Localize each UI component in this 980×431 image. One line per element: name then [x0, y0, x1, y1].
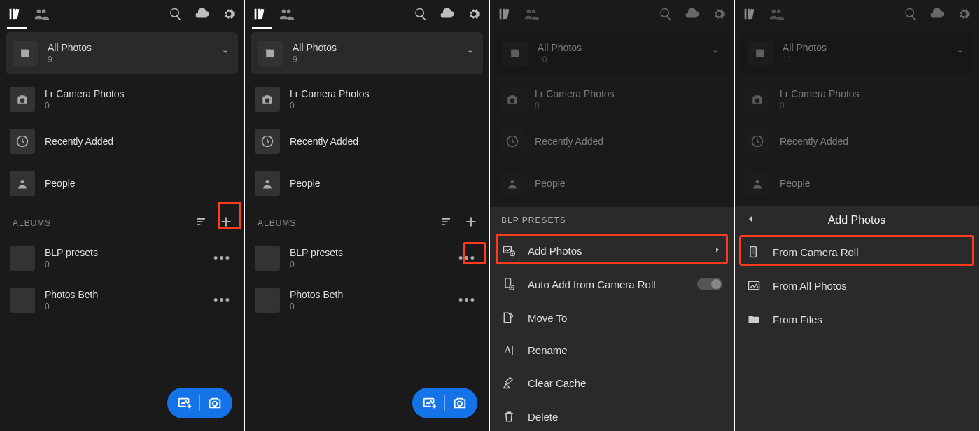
- row-lr-camera[interactable]: Lr Camera Photos 0: [0, 78, 244, 120]
- album-photos-beth[interactable]: Photos Beth0 •••: [245, 279, 489, 321]
- svg-point-25: [756, 180, 760, 183]
- svg-point-10: [266, 180, 270, 183]
- more-icon[interactable]: •••: [456, 251, 479, 266]
- person-icon: [500, 171, 525, 196]
- back-icon[interactable]: [745, 213, 756, 227]
- album-count: 0: [290, 260, 446, 269]
- row-all-photos[interactable]: All Photos 9: [6, 32, 238, 74]
- add-album-icon[interactable]: [218, 214, 234, 232]
- image-icon: [746, 278, 762, 292]
- row-people[interactable]: People: [0, 162, 244, 204]
- toggle-auto-add[interactable]: [697, 278, 722, 290]
- sort-icon[interactable]: [440, 215, 454, 231]
- sheet-add-photos[interactable]: Add Photos: [490, 234, 734, 267]
- row-recently-added[interactable]: Recently Added: [490, 120, 734, 162]
- top-bar: [735, 0, 979, 28]
- sheet-clear-cache[interactable]: Clear Cache: [490, 366, 734, 400]
- panel-2: All Photos 9 Lr Camera Photos0 Recently …: [245, 0, 490, 431]
- row-count: 10: [538, 55, 700, 64]
- sheet-from-camera-roll[interactable]: From Camera Roll: [735, 235, 979, 269]
- row-all-photos[interactable]: All Photos10: [496, 32, 728, 74]
- camera-capture-icon[interactable]: [207, 395, 223, 411]
- gear-icon[interactable]: [711, 6, 727, 22]
- chevron-down-icon: [710, 46, 721, 60]
- person-icon: [745, 171, 770, 196]
- svg-rect-0: [21, 50, 29, 57]
- album-blp-presets[interactable]: BLP presets0 •••: [245, 237, 489, 279]
- row-lr-camera[interactable]: Lr Camera Photos0: [735, 78, 979, 120]
- sheet-row-label: From Files: [773, 313, 822, 325]
- row-lr-camera[interactable]: Lr Camera Photos0: [490, 78, 734, 120]
- album-count: 0: [45, 302, 201, 311]
- search-icon[interactable]: [903, 6, 918, 22]
- row-people[interactable]: People: [490, 162, 734, 204]
- row-lr-camera[interactable]: Lr Camera Photos0: [245, 78, 489, 120]
- album-thumb: [255, 246, 280, 271]
- sheet-from-files[interactable]: From Files: [735, 302, 979, 336]
- library-tab-icon[interactable]: [7, 6, 22, 22]
- sort-icon[interactable]: [195, 215, 209, 231]
- album-context-sheet: BLP PRESETS Add Photos Auto Add from Cam…: [490, 207, 734, 431]
- albums-header: ALBUMS: [245, 204, 489, 237]
- row-recently-added[interactable]: Recently Added: [245, 120, 489, 162]
- row-title: Recently Added: [45, 136, 234, 147]
- person-icon: [255, 171, 280, 196]
- album-photos-beth[interactable]: Photos Beth 0 •••: [0, 279, 244, 321]
- library-tab-icon[interactable]: [252, 6, 267, 22]
- cloud-icon[interactable]: [930, 6, 945, 22]
- svg-rect-14: [511, 50, 519, 57]
- album-title: BLP presets: [45, 247, 201, 258]
- gear-icon[interactable]: [466, 6, 482, 22]
- search-icon[interactable]: [658, 6, 673, 22]
- row-count: 9: [48, 55, 210, 64]
- chevron-down-icon: [465, 46, 476, 60]
- move-arrow-icon: [501, 311, 517, 325]
- sheet-delete[interactable]: Delete: [490, 400, 734, 431]
- row-recently-added[interactable]: Recently Added: [0, 120, 244, 162]
- broom-icon: [501, 376, 517, 390]
- cloud-icon[interactable]: [195, 6, 210, 22]
- fab[interactable]: [167, 388, 232, 418]
- sheet-rename[interactable]: A| Rename: [490, 334, 734, 366]
- row-recently-added[interactable]: Recently Added: [735, 120, 979, 162]
- add-photo-icon[interactable]: [422, 395, 438, 411]
- row-count: 0: [535, 101, 724, 111]
- svg-rect-15: [510, 49, 519, 50]
- sheet-move-to[interactable]: Move To: [490, 301, 734, 334]
- more-icon[interactable]: •••: [211, 293, 234, 308]
- camera-capture-icon[interactable]: [452, 395, 468, 411]
- row-people[interactable]: People: [245, 162, 489, 204]
- row-people[interactable]: People: [735, 162, 979, 204]
- people-tab-icon[interactable]: [279, 6, 294, 22]
- sheet-auto-add[interactable]: Auto Add from Camera Roll: [490, 267, 734, 301]
- library-tab-icon[interactable]: [742, 6, 757, 22]
- library-tab-icon[interactable]: [497, 6, 512, 22]
- gear-icon[interactable]: [956, 6, 972, 22]
- sheet-title: Add Photos: [828, 214, 886, 227]
- people-tab-icon[interactable]: [34, 6, 49, 22]
- search-icon[interactable]: [168, 6, 183, 22]
- row-all-photos[interactable]: All Photos11: [741, 32, 973, 74]
- sheet-row-label: Delete: [528, 411, 558, 423]
- album-blp-presets[interactable]: BLP presets 0 •••: [0, 237, 244, 279]
- people-tab-icon[interactable]: [524, 6, 539, 22]
- people-tab-icon[interactable]: [769, 6, 784, 22]
- row-title: Recently Added: [780, 136, 969, 147]
- cloud-icon[interactable]: [685, 6, 700, 22]
- albums-header: ALBUMS: [0, 204, 244, 237]
- row-title: People: [780, 178, 969, 189]
- gear-icon[interactable]: [221, 6, 237, 22]
- camera-icon: [500, 87, 525, 112]
- search-icon[interactable]: [413, 6, 428, 22]
- add-photo-icon[interactable]: [177, 395, 192, 411]
- sheet-from-all-photos[interactable]: From All Photos: [735, 269, 979, 302]
- row-count: 0: [780, 101, 969, 111]
- fab[interactable]: [412, 388, 477, 418]
- more-icon[interactable]: •••: [456, 293, 479, 308]
- more-icon[interactable]: •••: [211, 251, 234, 266]
- album-count: 0: [45, 260, 201, 269]
- svg-point-13: [458, 402, 462, 406]
- row-all-photos[interactable]: All Photos 9: [251, 32, 483, 74]
- add-album-icon[interactable]: [463, 214, 479, 232]
- cloud-icon[interactable]: [440, 6, 455, 22]
